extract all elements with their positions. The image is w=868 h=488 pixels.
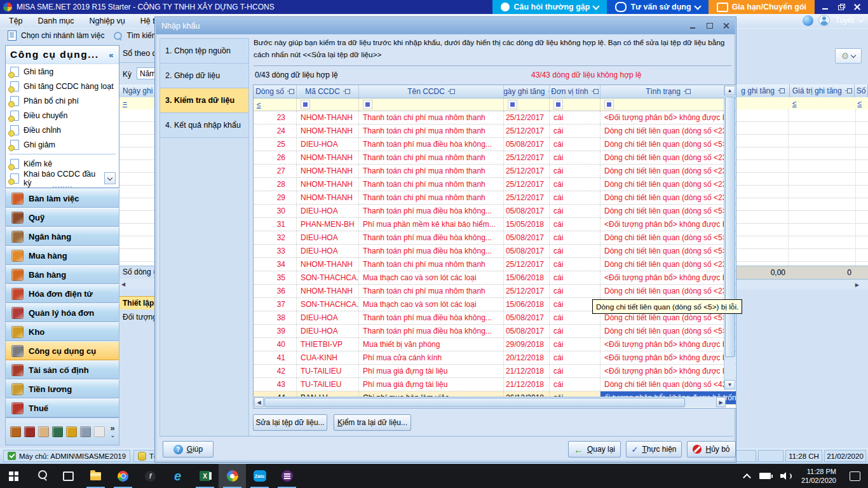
scrollbar-thumb[interactable] [725,97,735,357]
filter-cell-2[interactable] [359,98,504,111]
table-row[interactable]: 26NHOM-THANHThanh toán chi phí mua nhôm … [254,151,736,165]
filter-box-icon[interactable] [363,100,372,109]
pin-icon[interactable] [684,89,691,94]
file-explorer-icon[interactable] [82,464,109,488]
table-row[interactable]: 35SON-THACHCA...Mua thạch cao và sơn lót… [254,271,736,285]
sidebar-module-0[interactable]: Bàn làm việc [5,189,119,208]
sidebar-module-3[interactable]: Mua hàng [5,246,119,265]
scroll-right-icon[interactable]: ▶ [716,397,726,407]
filter-operator[interactable]: ≤ [858,99,862,108]
dialog-titlebar[interactable]: Nhập khẩu [156,18,735,34]
mstore-icon[interactable] [273,464,301,488]
table-row[interactable]: 23NHOM-THANHThanh toán chi phí mua nhôm … [254,111,736,125]
table-row[interactable]: 40THIETBI-VPMua thiết bị văn phòng29/09/… [254,338,736,351]
table-row[interactable]: 42TU-TAILIEUPhí mua giá đựng tài liệu21/… [254,365,736,378]
dialog-close-button[interactable] [723,23,729,29]
vertical-scrollbar[interactable]: ▲ ▼ [724,86,735,390]
filter-cell-4[interactable] [550,98,600,111]
user-name[interactable]: Tuyết [835,16,854,25]
start-icon[interactable] [0,464,27,488]
table-row[interactable]: 25DIEU-HOAThanh toán phí mua điều hòa kh… [254,138,736,151]
notification-icon[interactable] [850,471,860,481]
execute-button[interactable]: Thực hiện [626,441,682,458]
ledger-icon[interactable] [24,426,35,437]
table-row[interactable]: 43TU-TAILIEUPhí mua giá đựng tài liệu21/… [254,378,736,391]
filter-operator[interactable]: = [119,99,127,108]
bg-column-header[interactable]: Ngày ghi t [119,86,154,95]
minimize-button[interactable] [822,4,829,10]
help-button[interactable]: Giúp [163,441,214,458]
wizard-step-4[interactable]: 4. Kết quả nhập khẩu [159,112,249,138]
table-row[interactable]: 31PHAN-MEN-BHPhí mua phần mềm kê khai bả… [254,218,736,231]
table-row[interactable]: 41CUA-KINHPhí mua cửa cánh kính20/12/201… [254,351,736,365]
branch-icon[interactable] [80,426,91,437]
sidebar-tool-item[interactable]: Ghi giảm [6,137,119,152]
tray-chevron-icon[interactable] [743,473,751,482]
table-row[interactable]: 30DIEU-HOAThanh toán phí mua điều hòa kh… [254,205,736,218]
sidebar-module-11[interactable]: Thuế [5,398,119,417]
fix-file-button[interactable]: Sửa lại tệp dữ liệu... [253,414,327,431]
globe-icon[interactable] [803,15,813,26]
report-icon[interactable] [10,426,21,437]
scroll-down-icon[interactable]: ▼ [724,380,735,390]
restore-button[interactable] [838,4,844,10]
scrollbar-thumb[interactable] [264,398,685,407]
filter-box-icon[interactable] [553,100,563,109]
table-row[interactable]: 34NHOM-THANHThanh toán chi phí mua nhôm … [254,258,736,271]
filter-box-icon[interactable] [604,100,614,109]
pin-icon[interactable] [448,89,455,94]
column-header-0[interactable]: Dòng số [254,85,297,98]
bg-horizontal-scrollbar[interactable]: ▶ [736,280,868,290]
table-row[interactable]: 39DIEU-HOAThanh toán phí mua điều hòa kh… [254,325,736,338]
menu-item-2[interactable]: Nghiệp vụ [90,17,125,25]
filter-cell-5[interactable] [600,98,736,111]
recheck-button[interactable]: Kiểm tra lại dữ liệu... [334,414,411,431]
setup-panel-item[interactable]: Đối tượng p [119,311,154,323]
scroll-up-icon[interactable]: ▲ [724,86,735,95]
filter-operator[interactable]: ≤ [792,99,797,108]
zalo-icon[interactable]: Zalo [246,464,273,488]
sidebar-module-1[interactable]: Quỹ [5,208,119,227]
sidebar-tool-item[interactable]: Điều chuyển [6,108,119,123]
filter-cell-0[interactable]: ≤ [254,98,297,111]
filter-operator[interactable]: ≤ [257,100,261,109]
choose-branch-button[interactable]: Chọn chi nhánh làm việc [21,31,104,40]
table-row[interactable]: 29NHOM-THANHThanh toán chi phí mua nhôm … [254,191,736,205]
document-icon[interactable] [94,426,105,437]
sidebar-tool-item[interactable]: Phân bổ chi phí [6,93,119,108]
wizard-step-3[interactable]: 3. Kiểm tra dữ liệu [159,88,249,113]
gear-icon[interactable] [835,48,862,64]
collapse-icon[interactable]: « [109,50,114,60]
table-row[interactable]: 28NHOM-THANHThanh toán chi phí mua nhôm … [254,178,736,191]
horizontal-scrollbar[interactable]: ◀ ▶ [254,396,726,407]
column-header-4[interactable]: Đơn vị tính [550,85,600,98]
dialog-maximize-button[interactable] [707,23,713,29]
battery-icon[interactable] [759,473,771,479]
cancel-button[interactable]: Hủy bỏ [687,441,736,458]
filter-cell-1[interactable] [297,98,359,111]
pin-icon[interactable] [845,88,852,93]
table-row[interactable]: 24NHOM-THANHThanh toán chi phí mua nhôm … [254,125,736,138]
column-header-2[interactable]: Tên CCDC [359,85,504,98]
speaker-icon[interactable] [780,472,792,480]
sidebar-module-2[interactable]: Ngân hàng [5,227,119,246]
table-icon[interactable] [52,426,63,437]
sidebar-module-8[interactable]: Công cụ dụng cụ [5,341,119,360]
scroll-left-icon[interactable]: ◀ [254,397,264,407]
sidebar-module-6[interactable]: Quản lý hóa đơn [5,303,119,322]
filter-box-icon[interactable] [508,100,517,109]
faq-button[interactable]: Câu hỏi thường gặp [492,0,607,14]
calendar-icon[interactable] [38,426,49,437]
internet-explorer-icon[interactable]: e [164,464,191,488]
column-header-3[interactable]: Ngày ghi tăng [504,85,550,98]
sidebar-tool-item[interactable]: Điều chỉnh [6,123,119,137]
bg-column-header[interactable]: g ghi tăng [736,85,790,97]
back-button[interactable]: Quay lại [568,441,621,458]
sidebar-module-10[interactable]: Tiền lương [5,379,119,398]
bg-column-header[interactable]: Số [855,85,868,97]
tool-dropdown-button[interactable] [104,172,116,184]
more-icons-button[interactable]: »⌄ [110,425,115,438]
search-icon[interactable] [27,464,55,488]
menu-item-1[interactable]: Danh mục [38,17,74,25]
pin-icon[interactable] [343,89,350,94]
